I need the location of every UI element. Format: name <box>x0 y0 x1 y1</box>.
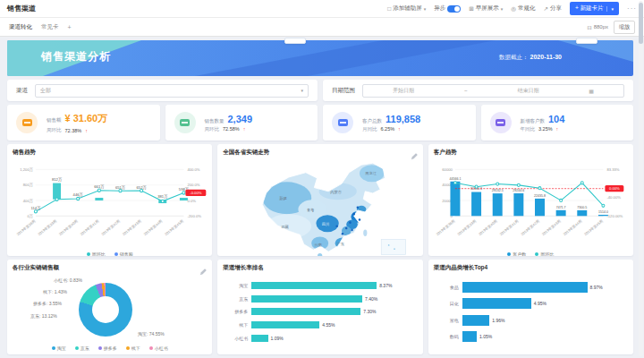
grid-screen-icon: ⊞ <box>469 5 473 13</box>
hbar[interactable] <box>462 282 588 293</box>
hbar-category-label: 食品 <box>436 285 459 290</box>
floating-pill[interactable] <box>284 38 306 44</box>
svg-text:114万: 114万 <box>30 206 41 210</box>
svg-text:44566.1: 44566.1 <box>449 177 461 181</box>
legend-item[interactable]: 客户数 <box>507 251 526 256</box>
svg-text:2019年第39周: 2019年第39周 <box>37 218 57 236</box>
china-map-chart[interactable]: 新疆西藏青海四川内蒙古黑龙江云南广东 <box>223 158 417 256</box>
hbar[interactable] <box>251 335 267 342</box>
svg-text:29244.6: 29244.6 <box>513 189 524 192</box>
sales-trend-chart[interactable]: 1,200万800万400万0万400.0%200.0%0.0%-200.0%1… <box>13 158 207 251</box>
date-filter-card: 日期范围 开始日期 ~ 结束日期 ▦ <box>323 80 633 101</box>
canvas-width-label: ⊡ 880px <box>588 24 608 30</box>
async-toggle[interactable] <box>447 5 461 13</box>
screen-display-button[interactable]: ⊞ 早屏展示 ▾ <box>469 4 503 13</box>
chevron-down-icon: ▾ <box>424 6 427 12</box>
date-range-picker[interactable]: 开始日期 ~ 结束日期 ▦ <box>362 84 624 98</box>
legend-item[interactable]: 拼多多 <box>98 345 117 351</box>
hbar[interactable] <box>462 315 490 326</box>
hbar-row[interactable]: 线下4.55% <box>225 321 411 328</box>
svg-text:812万: 812万 <box>52 177 63 182</box>
hbar-category-label: 线下 <box>225 322 248 328</box>
banner: 销售渠道分析 数据截止：2020-11-30 <box>7 40 633 76</box>
add-tab-button[interactable]: + <box>68 24 72 30</box>
legend-item[interactable]: 京东 <box>75 345 89 351</box>
trend-up-icon: ↑ <box>556 126 559 132</box>
svg-text:381万: 381万 <box>157 193 168 198</box>
hbar[interactable] <box>251 308 360 315</box>
kpi-card-sales-count[interactable]: 销售数量2,349 周环比72.58%↑ <box>165 105 318 141</box>
hbar-row[interactable]: 拼多多7.30% <box>225 308 411 315</box>
vertical-scrollbar[interactable] <box>639 1 643 356</box>
toggle-knob <box>454 6 460 12</box>
hbar[interactable] <box>462 331 477 342</box>
svg-text:2019年第40周: 2019年第40周 <box>58 218 79 236</box>
customer-trend-chart[interactable]: 600004000020000083.33%-40.00%-120.00%445… <box>434 158 628 251</box>
zoom-button[interactable]: 缩放 <box>614 21 635 34</box>
chart-title: 客户趋势 <box>434 149 628 157</box>
hbar-row[interactable]: 京东7.40% <box>225 295 411 303</box>
svg-text:青海: 青海 <box>307 208 315 212</box>
legend-item[interactable]: 小红书 <box>149 345 168 351</box>
hbar-value-label: 1.96% <box>492 318 504 323</box>
legend-item[interactable]: 线下 <box>126 345 140 351</box>
share-button[interactable]: ↗ 分享 <box>543 4 561 13</box>
page-title: 销售渠道 <box>7 4 36 13</box>
svg-text:2019年第38周: 2019年第38周 <box>435 218 455 236</box>
donut-label: 淘宝: 74.55% <box>138 331 165 337</box>
legend-item[interactable]: 周环比 <box>87 251 106 256</box>
hbar[interactable] <box>462 298 531 309</box>
chart-legend: 淘宝京东拼多多线下小红书 <box>13 344 207 352</box>
async-toggle-group: 异步 <box>434 4 461 13</box>
channel-select[interactable]: 全部 ▾ <box>35 84 309 98</box>
tab-common-cards[interactable]: 常见卡 <box>41 23 59 31</box>
legend-item[interactable]: 淘宝 <box>52 345 66 351</box>
donut-label: 小红书: 0.83% <box>54 277 82 283</box>
chart-legend: 周环比销售额 <box>13 251 207 256</box>
tabs: 渠道转化 常见卡 + <box>9 23 72 31</box>
hbar-category-label: 家电 <box>436 318 459 323</box>
data-deadline: 数据截止：2020-11-30 <box>499 54 562 62</box>
id-card-icon <box>490 112 512 133</box>
hbar-category-label: 拼多多 <box>225 309 248 314</box>
svg-text:1,200万: 1,200万 <box>20 167 33 172</box>
svg-text:2019年第38周: 2019年第38周 <box>16 218 37 236</box>
tab-channel-conversion[interactable]: 渠道转化 <box>9 23 32 31</box>
chevron-down-icon: ▾ <box>301 88 303 93</box>
new-card-button[interactable]: + 新建卡片 ▾ <box>570 2 619 15</box>
floating-pill[interactable] <box>576 38 597 44</box>
category-growth-chart[interactable]: 食品8.97%日化4.95%家电1.96%数码1.05% <box>434 274 628 352</box>
svg-text:7300.5: 7300.5 <box>577 206 587 209</box>
channel-share-donut-chart[interactable]: 淘宝: 74.55%京东: 13.12%拼多多: 3.55%线下: 1.43%小… <box>13 274 207 344</box>
legend-item[interactable]: 周环比 <box>535 251 554 256</box>
svg-text:200.0%: 200.0% <box>187 183 199 187</box>
scrollbar-thumb[interactable] <box>639 3 643 44</box>
hbar-row[interactable]: 日化4.95% <box>436 298 623 309</box>
charts-row-2: 各行业实销销售额 淘宝: 74.55%京东: 13.12%拼多多: 3.55%线… <box>7 260 633 354</box>
svg-text:四川: 四川 <box>322 222 329 226</box>
more-button[interactable]: ··· <box>627 4 637 13</box>
donut-label: 京东: 13.12% <box>30 313 57 319</box>
hbar[interactable] <box>251 295 362 303</box>
add-aux-screen-button[interactable]: □ 添加辅助屏 ▾ <box>387 4 426 13</box>
svg-text:400万: 400万 <box>23 198 34 202</box>
growth-rank-chart[interactable]: 淘宝8.37%京东7.40%拼多多7.30%线下4.55%小红书1.09% <box>223 274 417 352</box>
hbar-category-label: 数码 <box>436 334 459 339</box>
hbar[interactable] <box>251 282 377 289</box>
legend-item[interactable]: 销售额 <box>114 251 133 256</box>
kpi-card-sales-amount[interactable]: 销售额¥ 31.60万 周环比72.38%↑ <box>7 105 160 141</box>
svg-text:内蒙古: 内蒙古 <box>331 190 343 194</box>
hbar-row[interactable]: 家电1.96% <box>436 315 623 326</box>
svg-text:新疆: 新疆 <box>280 196 288 200</box>
hbar-row[interactable]: 淘宝8.37% <box>225 282 411 289</box>
hbar-row[interactable]: 数码1.05% <box>436 331 623 342</box>
hbar[interactable] <box>251 321 319 328</box>
kpi-card-new-customers[interactable]: 新增客户数104 年同比3.25%↑ <box>481 105 634 141</box>
hbar-row[interactable]: 食品8.97% <box>436 282 623 293</box>
normalize-button[interactable]: ◎ 常规化 <box>511 4 535 13</box>
hbar-row[interactable]: 小红书1.09% <box>225 335 411 342</box>
svg-text:2019年第43周: 2019年第43周 <box>122 218 142 236</box>
chart-card-growth-rank: 渠道增长率排名 淘宝8.37%京东7.40%拼多多7.30%线下4.55%小红书… <box>217 260 422 354</box>
svg-text:7471.7: 7471.7 <box>555 206 565 209</box>
kpi-card-customer-total[interactable]: 客户总数119,858 月同比6.25%↑ <box>323 105 476 141</box>
